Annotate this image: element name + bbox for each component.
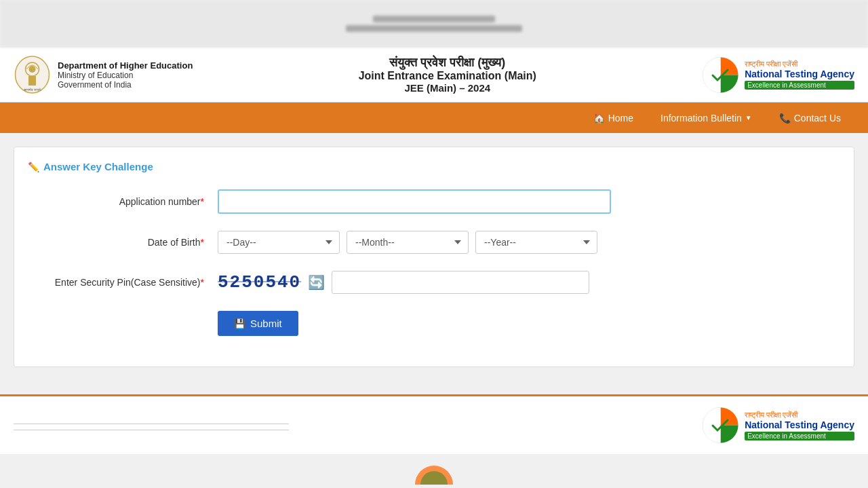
required-star-2: * [201, 237, 204, 248]
header-center: संयुक्त प्रवेश परीक्षा (मुख्य) Joint Ent… [193, 56, 702, 94]
captcha-group: 5250540 🔄 [218, 271, 589, 294]
govt-name: Government of India [58, 80, 193, 90]
required-star-3: * [201, 277, 204, 288]
dept-name: Department of Higher Education [58, 60, 193, 71]
exam-title-jee: JEE (Main) – 2024 [193, 82, 702, 94]
application-number-label: Application number* [28, 196, 218, 207]
application-number-group: Application number* [28, 189, 840, 214]
exam-title-english: Joint Entrance Examination (Main) [193, 70, 702, 82]
month-select[interactable]: --Month-- JanuaryFebruaryMarchApril MayJ… [347, 231, 469, 254]
form-card: ✏️ Answer Key Challenge Application numb… [14, 147, 854, 367]
nta-text: राष्ट्रीय परीक्षा एजेंसी National Testin… [745, 60, 854, 90]
day-select[interactable]: --Day-- 12345 678910 1112131415 16171819… [218, 231, 340, 254]
header: सत्यमेव जयते Department of Higher Educat… [0, 48, 868, 102]
footer-nta-text: राष्ट्रीय परीक्षा एजेंसी National Testin… [745, 411, 854, 440]
nta-english-text: National Testing Agency [745, 69, 854, 79]
footer-nta-tagline: Excellence in Assessment [745, 432, 854, 440]
header-right: राष्ट्रीय परीक्षा एजेंसी National Testin… [702, 56, 854, 94]
navbar: 🏠 Home Information Bulletin ▼ 📞 Contact … [0, 102, 868, 133]
required-star: * [201, 196, 204, 207]
submit-icon: 💾 [234, 318, 245, 329]
captcha-image: 5250540 [218, 272, 301, 293]
info-bulletin-label: Information Bulletin [660, 113, 742, 124]
footer-nta-logo: राष्ट्रीय परीक्षा एजेंसी National Testin… [702, 407, 854, 444]
footer-nta-english: National Testing Agency [745, 419, 854, 430]
bottom-extra [0, 454, 868, 488]
contact-us-nav-item[interactable]: 📞 Contact Us [766, 105, 854, 132]
security-pin-label: Enter Security Pin(Case Sensitive)* [28, 277, 218, 288]
captcha-refresh-button[interactable]: 🔄 [308, 274, 325, 290]
footer-nta-emblem [702, 407, 739, 444]
home-icon: 🏠 [593, 113, 605, 124]
nta-emblem [702, 56, 739, 94]
govt-emblem: सत्यमेव जयते [14, 54, 51, 95]
submit-group: 💾 Submit [28, 311, 840, 336]
answer-key-label: Answer Key Challenge [43, 161, 153, 172]
dob-selects: --Day-- 12345 678910 1112131415 16171819… [218, 231, 597, 254]
dept-info: Department of Higher Education Ministry … [58, 60, 193, 90]
svg-text:सत्यमेव जयते: सत्यमेव जयते [23, 88, 40, 92]
security-pin-group: Enter Security Pin(Case Sensitive)* 5250… [28, 271, 840, 294]
contact-us-label: Contact Us [794, 113, 841, 124]
exam-title-hindi: संयुक्त प्रवेश परीक्षा (मुख्य) [193, 56, 702, 70]
contact-icon: 📞 [779, 113, 791, 124]
nta-tagline: Excellence in Assessment [745, 81, 854, 90]
date-of-birth-label: Date of Birth* [28, 237, 218, 248]
nta-hindi-text: राष्ट्रीय परीक्षा एजेंसी [745, 60, 854, 69]
top-banner [0, 0, 868, 48]
home-label: Home [608, 113, 633, 124]
answer-key-title: ✏️ Answer Key Challenge [28, 161, 840, 172]
edit-icon: ✏️ [28, 162, 39, 172]
svg-rect-3 [28, 76, 36, 86]
footer-nta-hindi: राष्ट्रीय परीक्षा एजेंसी [745, 411, 854, 419]
submit-button[interactable]: 💾 Submit [218, 311, 298, 336]
bottom-nta-partial [414, 464, 454, 485]
nta-logo: राष्ट्रीय परीक्षा एजेंसी National Testin… [702, 56, 854, 94]
captcha-input[interactable] [332, 271, 589, 294]
info-bulletin-nav-item[interactable]: Information Bulletin ▼ [647, 105, 766, 132]
footer: राष्ट्रीय परीक्षा एजेंसी National Testin… [0, 394, 868, 454]
ministry-name: Ministry of Education [58, 71, 193, 80]
home-nav-item[interactable]: 🏠 Home [580, 105, 647, 132]
application-number-input[interactable] [218, 189, 611, 214]
header-left: सत्यमेव जयते Department of Higher Educat… [14, 54, 193, 95]
submit-label: Submit [250, 318, 282, 329]
main-content: ✏️ Answer Key Challenge Application numb… [0, 133, 868, 381]
dropdown-arrow-icon: ▼ [745, 114, 752, 121]
year-select[interactable]: --Year-- 2006200520042003 20022001200019… [475, 231, 597, 254]
svg-point-2 [29, 66, 36, 73]
date-of-birth-group: Date of Birth* --Day-- 12345 678910 1112… [28, 231, 840, 254]
